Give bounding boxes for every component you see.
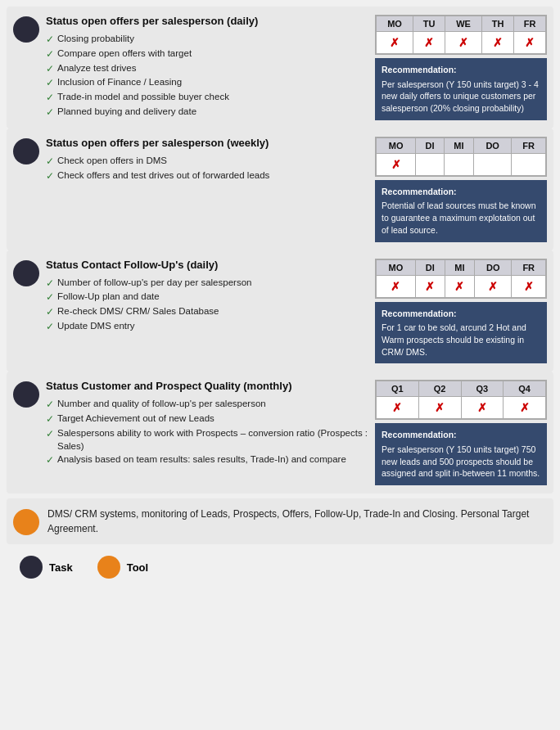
card-daily-offers-content: Status open offers per salesperson (dail…	[46, 15, 368, 119]
check-icon: ✓	[46, 47, 54, 61]
recommendation-title: Recommendation:	[382, 308, 540, 320]
list-item: ✓Check open offers in DMS	[46, 154, 368, 169]
grid-cell	[512, 153, 546, 175]
check-icon: ✓	[46, 33, 54, 47]
x-mark: ✗	[392, 401, 402, 414]
grid-header: MO	[377, 137, 416, 153]
grid-cell: ✗	[475, 275, 512, 297]
legend-tool: Tool	[97, 556, 148, 579]
recommendation-text: For 1 car to be sold, arcund 2 Hot and W…	[382, 322, 540, 358]
card-quality-circle	[13, 381, 39, 408]
recommendation-text: Per salesperson (Y 150 units target) 3 -…	[382, 79, 540, 115]
card-quality-title: Status Customer and Prospect Quality (mo…	[46, 380, 368, 392]
grid-cell	[474, 153, 512, 175]
legend-task-circle	[20, 556, 43, 579]
list-item: ✓Trade-in model and possible buyer check	[46, 90, 368, 105]
check-icon: ✓	[46, 320, 54, 334]
grid-cell: ✗	[415, 275, 445, 297]
grid-header: DO	[475, 259, 512, 275]
list-item: ✓Compare open offers with target	[46, 47, 368, 61]
grid-header: FR	[512, 259, 546, 275]
card-followup: Status Contact Follow-Up's (daily)✓Numbe…	[7, 250, 553, 372]
card-weekly-offers-circle	[13, 138, 39, 164]
check-icon: ✓	[46, 76, 54, 90]
card-weekly-offers-grid: MODIMIDOFR✗	[375, 137, 547, 177]
list-item-text: Check open offers in DMS	[57, 154, 167, 167]
card-weekly-offers-content: Status open offers per salesperson (week…	[46, 137, 368, 183]
list-item: ✓Salespersons ability to work with Prosp…	[46, 426, 368, 453]
card-quality-right: Q1Q2Q3Q4✗✗✗✗Recommendation:Per salespers…	[375, 380, 547, 485]
list-item: ✓Analysis based on team results: sales r…	[46, 453, 368, 467]
grid-header: DI	[415, 259, 445, 275]
list-item-text: Re-check DMS/ CRM/ Sales Database	[57, 304, 219, 318]
list-item-text: Follow-Up plan and date	[57, 290, 160, 303]
x-mark: ✗	[390, 36, 400, 49]
grid-cell: ✗	[418, 397, 461, 419]
list-item: ✓Planned buying and delivery date	[46, 105, 368, 119]
list-item: ✓Update DMS entry	[46, 319, 368, 334]
x-mark: ✗	[424, 36, 434, 49]
grid-header: Q4	[504, 381, 546, 397]
legend-tool-circle	[97, 556, 120, 579]
grid-cell: ✗	[445, 32, 482, 54]
card-weekly-offers-right: MODIMIDOFR✗Recommendation:Potential of l…	[375, 137, 547, 242]
legend-task-label: Task	[49, 561, 73, 574]
list-item: ✓Closing probability	[46, 32, 368, 47]
grid-cell	[416, 153, 444, 175]
grid-cell: ✗	[377, 153, 416, 175]
list-item-text: Planned buying and delivery date	[57, 105, 196, 118]
card-followup-checklist: ✓Number of follow-up's per day per sales…	[46, 276, 368, 334]
grid-cell: ✗	[514, 32, 546, 54]
card-followup-right: MODIMIDOFR✗✗✗✗✗Recommendation:For 1 car …	[375, 259, 547, 364]
card-daily-offers-right: MOTUWETHFR✗✗✗✗✗Recommendation:Per salesp…	[375, 15, 547, 120]
x-mark: ✗	[520, 401, 530, 414]
grid-cell: ✗	[377, 32, 413, 54]
main-container: Status open offers per salesperson (dail…	[0, 0, 560, 592]
list-item: ✓Number of follow-up's per day per sales…	[46, 276, 368, 291]
check-icon: ✓	[46, 169, 54, 183]
check-icon: ✓	[46, 427, 54, 441]
recommendation-title: Recommendation:	[382, 429, 540, 441]
x-mark: ✗	[488, 280, 498, 293]
grid-header: FR	[514, 16, 546, 32]
list-item-text: Update DMS entry	[57, 319, 135, 332]
card-followup-title: Status Contact Follow-Up's (daily)	[46, 259, 368, 271]
grid-cell: ✗	[377, 397, 419, 419]
check-icon: ✓	[46, 305, 54, 319]
list-item-text: Trade-in model and possible buyer check	[57, 90, 229, 103]
recommendation-text: Per salesperson (Y 150 units target) 750…	[382, 444, 540, 480]
list-item-text: Number and quality of follow-up's per sa…	[57, 397, 266, 410]
grid-cell: ✗	[482, 32, 514, 54]
list-item: ✓Target Achievement out of new Leads	[46, 412, 368, 426]
check-icon: ✓	[46, 412, 54, 426]
card-quality: Status Customer and Prospect Quality (mo…	[7, 372, 553, 493]
x-mark: ✗	[525, 36, 535, 49]
card-followup-content: Status Contact Follow-Up's (daily)✓Numbe…	[46, 259, 368, 334]
check-icon: ✓	[46, 277, 54, 291]
recommendation-title: Recommendation:	[382, 64, 540, 76]
card-daily-offers-recommendation: Recommendation:Per salesperson (Y 150 un…	[375, 58, 547, 120]
grid-cell: ✗	[413, 32, 445, 54]
card-followup-recommendation: Recommendation:For 1 car to be sold, arc…	[375, 302, 547, 364]
list-item-text: Inclusion of Finance / Leasing	[57, 75, 182, 88]
list-item-text: Analysis based on team results: sales re…	[57, 453, 346, 466]
card-weekly-offers-title: Status open offers per salesperson (week…	[46, 137, 368, 149]
grid-header: MO	[377, 16, 413, 32]
x-mark: ✗	[391, 280, 400, 293]
card-daily-offers-circle	[13, 16, 39, 43]
x-mark: ✗	[435, 401, 445, 414]
list-item: ✓Analyze test drives	[46, 61, 368, 76]
x-mark: ✗	[454, 280, 464, 293]
grid-header: MI	[444, 137, 474, 153]
list-item-text: Salespersons ability to work with Prospe…	[57, 426, 368, 453]
list-item-text: Target Achievement out of new Leads	[57, 412, 215, 425]
grid-header: MI	[445, 259, 474, 275]
card-weekly-offers-checklist: ✓Check open offers in DMS✓Check offers a…	[46, 154, 368, 183]
grid-header: MO	[377, 259, 416, 275]
check-icon: ✓	[46, 62, 54, 76]
recommendation-text: Potential of lead sources must be known …	[382, 200, 540, 236]
list-item: ✓Follow-Up plan and date	[46, 290, 368, 304]
check-icon: ✓	[46, 91, 54, 105]
legend: Task Tool	[7, 549, 553, 585]
grid-header: WE	[445, 16, 482, 32]
